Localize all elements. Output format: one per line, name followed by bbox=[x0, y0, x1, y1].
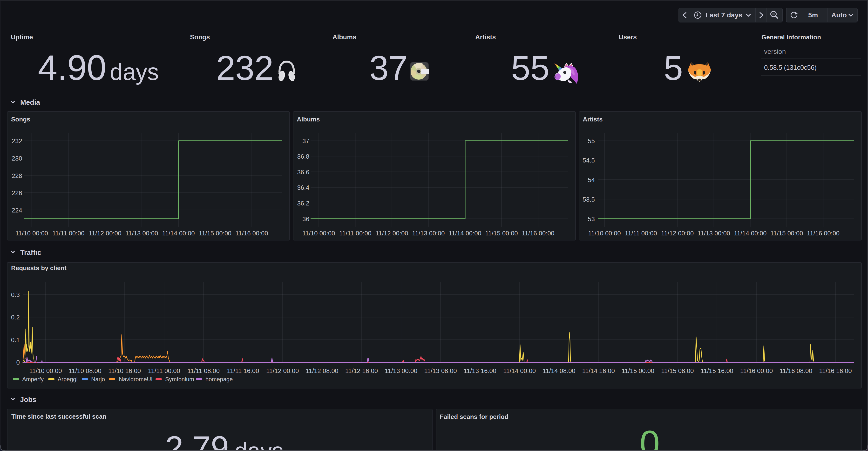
svg-text:11/10 00:00: 11/10 00:00 bbox=[29, 367, 62, 374]
svg-text:11/12 00:00: 11/12 00:00 bbox=[375, 230, 408, 237]
svg-text:Arpeggi: Arpeggi bbox=[58, 376, 78, 383]
svg-text:11/13 08:00: 11/13 08:00 bbox=[424, 367, 457, 374]
svg-text:53.5: 53.5 bbox=[583, 196, 595, 203]
svg-text:11/13 16:00: 11/13 16:00 bbox=[464, 367, 496, 374]
svg-text:Traffic: Traffic bbox=[20, 249, 41, 256]
svg-text:Failed scans for period: Failed scans for period bbox=[440, 413, 508, 420]
svg-text:11/13 00:00: 11/13 00:00 bbox=[698, 230, 730, 237]
svg-text:11/11 16:00: 11/11 16:00 bbox=[227, 367, 259, 374]
svg-text:11/10 08:00: 11/10 08:00 bbox=[69, 367, 101, 374]
svg-text:Artists: Artists bbox=[475, 33, 496, 41]
svg-text:228: 228 bbox=[12, 172, 22, 179]
svg-text:11/16 00:00: 11/16 00:00 bbox=[235, 230, 268, 237]
svg-text:11/14 00:00: 11/14 00:00 bbox=[734, 230, 767, 237]
svg-text:11/11 00:00: 11/11 00:00 bbox=[148, 367, 180, 374]
svg-text:11/12 00:00: 11/12 00:00 bbox=[89, 230, 121, 237]
svg-text:Albums: Albums bbox=[333, 33, 356, 41]
svg-text:Media: Media bbox=[20, 98, 40, 106]
svg-text:11/15 00:00: 11/15 00:00 bbox=[770, 230, 803, 237]
svg-text:Time since last successful sca: Time since last successful scan bbox=[11, 413, 106, 420]
svg-text:11/12 00:00: 11/12 00:00 bbox=[266, 367, 299, 374]
svg-text:11/13 00:00: 11/13 00:00 bbox=[384, 367, 417, 374]
svg-text:Amperfy: Amperfy bbox=[22, 376, 44, 383]
svg-text:36.6: 36.6 bbox=[297, 169, 309, 176]
svg-text:5m: 5m bbox=[808, 11, 818, 19]
svg-text:11/16 00:00: 11/16 00:00 bbox=[740, 367, 773, 374]
svg-text:11/12 00:00: 11/12 00:00 bbox=[661, 230, 694, 237]
svg-text:Jobs: Jobs bbox=[20, 396, 36, 403]
svg-text:36.2: 36.2 bbox=[297, 200, 309, 207]
svg-text:11/15 00:00: 11/15 00:00 bbox=[485, 230, 518, 237]
svg-text:0.2: 0.2 bbox=[11, 314, 20, 321]
svg-text:11/12 08:00: 11/12 08:00 bbox=[306, 367, 338, 374]
svg-text:36.8: 36.8 bbox=[297, 153, 309, 160]
svg-text:53: 53 bbox=[588, 215, 595, 223]
svg-text:Requests by client: Requests by client bbox=[11, 264, 66, 272]
svg-text:Last 7 days: Last 7 days bbox=[706, 11, 742, 19]
svg-text:11/15 00:00: 11/15 00:00 bbox=[199, 230, 231, 237]
svg-text:224: 224 bbox=[12, 207, 22, 214]
svg-text:37: 37 bbox=[302, 137, 309, 145]
svg-text:11/14 00:00: 11/14 00:00 bbox=[162, 230, 194, 237]
svg-text:11/15 08:00: 11/15 08:00 bbox=[661, 367, 694, 374]
svg-text:0.58.5 (131c0c56): 0.58.5 (131c0c56) bbox=[764, 64, 817, 71]
svg-text:11/16 00:00: 11/16 00:00 bbox=[522, 230, 554, 237]
svg-text:11/16 00:00: 11/16 00:00 bbox=[807, 230, 839, 237]
svg-text:11/10 00:00: 11/10 00:00 bbox=[302, 230, 335, 237]
svg-text:232: 232 bbox=[12, 137, 22, 145]
svg-text:days: days bbox=[235, 438, 283, 451]
svg-text:Narjo: Narjo bbox=[91, 376, 105, 383]
svg-text:11/10 00:00: 11/10 00:00 bbox=[588, 230, 621, 237]
svg-text:11/15 00:00: 11/15 00:00 bbox=[622, 367, 654, 374]
svg-text:11/14 00:00: 11/14 00:00 bbox=[449, 230, 481, 237]
svg-text:11/11 00:00: 11/11 00:00 bbox=[625, 230, 657, 237]
svg-text:0: 0 bbox=[17, 359, 20, 366]
svg-text:55: 55 bbox=[588, 137, 595, 145]
svg-text:Artists: Artists bbox=[583, 116, 602, 123]
svg-text:36.4: 36.4 bbox=[297, 184, 309, 191]
svg-text:Auto: Auto bbox=[831, 11, 847, 19]
svg-text:11/11 00:00: 11/11 00:00 bbox=[339, 230, 372, 237]
svg-text:226: 226 bbox=[12, 189, 22, 197]
svg-text:11/10 00:00: 11/10 00:00 bbox=[16, 230, 48, 237]
svg-text:4.90: 4.90 bbox=[38, 48, 106, 87]
svg-text:General Information: General Information bbox=[762, 33, 821, 41]
svg-text:5: 5 bbox=[664, 49, 683, 87]
svg-text:55: 55 bbox=[511, 49, 550, 87]
svg-text:Songs: Songs bbox=[11, 116, 30, 123]
svg-text:11/11 08:00: 11/11 08:00 bbox=[187, 367, 220, 374]
svg-text:54: 54 bbox=[588, 176, 595, 184]
svg-text:Songs: Songs bbox=[190, 33, 210, 41]
svg-text:11/10 16:00: 11/10 16:00 bbox=[108, 367, 141, 374]
svg-text:37: 37 bbox=[369, 49, 408, 87]
svg-text:11/14 16:00: 11/14 16:00 bbox=[582, 367, 615, 374]
svg-text:11/12 16:00: 11/12 16:00 bbox=[345, 367, 378, 374]
svg-text:days: days bbox=[110, 59, 159, 85]
svg-text:2.79: 2.79 bbox=[165, 429, 229, 451]
svg-text:11/11 00:00: 11/11 00:00 bbox=[52, 230, 85, 237]
svg-text:11/13 00:00: 11/13 00:00 bbox=[125, 230, 158, 237]
svg-text:0.3: 0.3 bbox=[11, 291, 20, 299]
svg-text:Uptime: Uptime bbox=[11, 33, 33, 41]
svg-text:homepage: homepage bbox=[206, 376, 233, 383]
svg-text:11/16 08:00: 11/16 08:00 bbox=[779, 367, 812, 374]
svg-text:36: 36 bbox=[302, 215, 309, 223]
svg-text:0: 0 bbox=[640, 423, 660, 451]
svg-text:11/15 16:00: 11/15 16:00 bbox=[701, 367, 733, 374]
svg-text:0.1: 0.1 bbox=[11, 336, 20, 343]
svg-text:11/16 16:00: 11/16 16:00 bbox=[819, 367, 851, 374]
svg-text:54.5: 54.5 bbox=[583, 157, 595, 164]
svg-text:232: 232 bbox=[216, 49, 274, 87]
svg-text:Symfonium: Symfonium bbox=[165, 376, 194, 383]
svg-text:11/14 08:00: 11/14 08:00 bbox=[543, 367, 575, 374]
svg-text:Albums: Albums bbox=[297, 116, 320, 123]
svg-text:230: 230 bbox=[12, 155, 22, 162]
svg-text:11/13 00:00: 11/13 00:00 bbox=[412, 230, 444, 237]
svg-text:version: version bbox=[764, 48, 786, 55]
svg-text:11/14 00:00: 11/14 00:00 bbox=[503, 367, 536, 374]
svg-text:Users: Users bbox=[619, 33, 637, 41]
svg-text:NavidromeUI: NavidromeUI bbox=[119, 376, 153, 383]
